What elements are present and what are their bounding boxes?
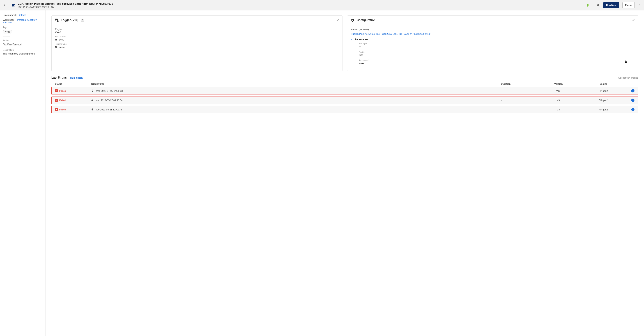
trigger-type-value: No trigger <box>55 46 339 48</box>
configuration-card: Configuration Artifact (Pipeline) Publis… <box>347 16 638 71</box>
run-now-button[interactable]: Run Now <box>603 2 619 8</box>
lock-icon <box>624 60 627 63</box>
trigger-type-label: Trigger type <box>55 43 339 45</box>
col-version: Version <box>537 83 580 85</box>
workspace-label: Workspace: <box>3 19 15 21</box>
run-trigger-time: Wed 2023-04-05 14:05:23 <box>96 90 123 92</box>
col-status: Status <box>55 83 91 85</box>
run-profile-label: Run profile <box>55 36 339 38</box>
run-history-link[interactable]: Run history <box>70 77 83 79</box>
svg-point-1 <box>640 5 640 5</box>
engine-label: Engine <box>55 28 339 31</box>
run-status: Failed <box>59 108 66 111</box>
pause-button[interactable]: Pause <box>622 2 635 8</box>
edit-configuration-button[interactable] <box>632 19 635 22</box>
chevron-up-icon <box>632 109 634 110</box>
runs-header-row: Status Trigger time Duration Version Eng… <box>52 82 638 87</box>
runs-section: Last 5 runs Run history Auto-refresh ena… <box>52 76 638 113</box>
back-button[interactable] <box>0 0 10 10</box>
svg-point-0 <box>640 4 640 5</box>
param-name-value: test <box>359 54 634 56</box>
environment-label: Environment: <box>3 14 17 16</box>
run-profile-value: RP gen2 <box>55 38 339 41</box>
app-logo <box>10 3 18 7</box>
pencil-icon <box>632 19 635 22</box>
param-minage-label: Min Age <box>359 42 634 45</box>
engine-value: Gen2 <box>55 31 339 34</box>
expand-row-button[interactable] <box>631 89 634 93</box>
description-value: This is a newly created pipeline <box>3 52 42 55</box>
col-duration: Duration <box>501 83 537 85</box>
gear-icon <box>350 18 354 22</box>
status-icon[interactable] <box>586 4 590 7</box>
touch-icon <box>91 89 94 93</box>
param-password-label: Password* <box>359 59 369 62</box>
arrow-left-icon <box>4 4 7 7</box>
tags-label: Tags <box>3 26 42 29</box>
param-name-label: Name <box>359 51 634 53</box>
run-engine: RP gen2 <box>580 90 626 92</box>
description-label: Description <box>3 49 42 51</box>
auto-refresh-label: Auto-refresh enabled <box>618 77 638 79</box>
run-version: V3 <box>537 108 580 111</box>
more-menu-icon[interactable] <box>638 4 642 7</box>
run-engine: RP gen2 <box>580 108 626 111</box>
chevron-up-icon <box>632 99 634 101</box>
trigger-card-title: Trigger (V10) <box>61 19 78 22</box>
close-icon: ✕ <box>55 99 58 102</box>
run-row[interactable]: ✕ Failed Wed 2023-04-05 14:05:23 - V10 R… <box>52 87 638 95</box>
param-minage-value: 20 <box>359 45 634 48</box>
environment-link[interactable]: default <box>18 14 26 16</box>
tag-none-chip: None <box>3 30 12 34</box>
run-status: Failed <box>59 99 66 102</box>
expand-row-button[interactable] <box>631 99 634 102</box>
run-duration: - <box>501 90 537 92</box>
col-engine: Engine <box>580 83 627 85</box>
parameters-label: Parameters <box>354 38 368 41</box>
run-row[interactable]: ✕ Failed Mon 2023-03-27 09:48:04 - V3 RP… <box>52 96 638 104</box>
configuration-title: Configuration <box>357 19 376 22</box>
run-row[interactable]: ✕ Failed Tue 2023-03-21 11:42:36 - V3 RP… <box>52 106 638 113</box>
run-trigger-time: Tue 2023-03-21 11:42:36 <box>96 108 122 111</box>
close-icon: ✕ <box>55 108 58 111</box>
run-duration: - <box>501 108 537 111</box>
page-title: GBAPublish Pipeline Artifact Test_c1c526… <box>18 2 113 5</box>
run-version: V10 <box>537 90 580 92</box>
run-status: Failed <box>59 90 66 92</box>
main-content: Trigger (V10) 0 Engine Gen2 Run profile <box>46 11 644 336</box>
author-label: Author <box>3 39 42 42</box>
calendar-clock-icon <box>55 18 59 22</box>
divider <box>3 37 10 37</box>
run-engine: RP gen2 <box>580 99 626 102</box>
close-icon: ✕ <box>55 89 58 92</box>
run-trigger-time: Mon 2023-03-27 09:48:04 <box>96 99 122 102</box>
artifact-label: Artifact (Pipeline) <box>351 28 634 31</box>
trigger-card: Trigger (V10) 0 Engine Gen2 Run profile <box>52 16 342 71</box>
chevron-down-icon <box>350 38 353 41</box>
task-id-value: 641989be24a4597e454f7e18 <box>26 6 54 8</box>
task-id-label: Task ID: <box>18 6 25 8</box>
run-duration: - <box>501 99 537 102</box>
touch-icon <box>91 98 94 102</box>
expand-row-button[interactable] <box>631 108 634 111</box>
trigger-count-badge: 0 <box>81 19 84 22</box>
parameters-toggle[interactable]: Parameters <box>350 38 634 41</box>
pencil-icon <box>336 19 339 22</box>
touch-icon <box>91 108 94 111</box>
svg-point-2 <box>640 6 640 6</box>
author-value: Geoffroy Baccarini <box>3 43 42 46</box>
artifact-link[interactable]: Publish Pipeline Artifact Test_c1c5268a-… <box>351 33 431 35</box>
bell-icon[interactable] <box>596 4 600 7</box>
app-header: GBAPublish Pipeline Artifact Test_c1c526… <box>0 0 644 11</box>
divider <box>593 4 593 7</box>
col-trigger-time: Trigger time <box>91 83 501 85</box>
runs-title: Last 5 runs <box>52 76 67 79</box>
sidebar: Environment: default Workspace: Personal… <box>0 11 46 336</box>
run-version: V3 <box>537 99 580 102</box>
chevron-up-icon <box>632 90 634 92</box>
edit-trigger-button[interactable] <box>336 19 339 22</box>
param-password-value: •••••• <box>359 62 369 65</box>
